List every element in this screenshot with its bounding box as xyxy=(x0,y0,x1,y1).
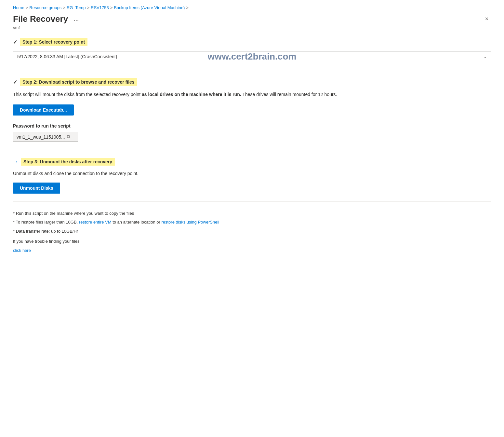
footer-note2-prefix: * To restore files larger than 10GB, xyxy=(13,220,79,225)
step2-description: This script will mount the disks from th… xyxy=(13,91,491,98)
ellipsis-button[interactable]: ... xyxy=(72,15,81,23)
page-container: Home > Resource groups > RG_Temp > RSV17… xyxy=(0,0,504,267)
step1-label: Step 1: Select recovery point xyxy=(20,38,87,46)
chevron-down-icon: ⌄ xyxy=(484,54,487,59)
divider-2 xyxy=(13,150,491,150)
breadcrumb-rsv1753[interactable]: RSV1753 xyxy=(91,5,109,10)
step1-header: ✓ Step 1: Select recovery point xyxy=(13,38,491,46)
vm-name-label: vm1 xyxy=(13,25,491,30)
download-executable-button[interactable]: Download Executab... xyxy=(13,104,74,116)
breadcrumb-rg-temp[interactable]: RG_Temp xyxy=(67,5,86,10)
step2-header: ✓ Step 2: Download script to browse and … xyxy=(13,78,491,86)
step2-desc-bold: as local drives on the machine where it … xyxy=(142,92,241,97)
step3-arrow-icon: → xyxy=(13,159,18,165)
breadcrumb-resource-groups[interactable]: Resource groups xyxy=(29,5,61,10)
password-value: vm1_1_wus_1151005... xyxy=(17,134,65,140)
copy-icon[interactable]: ⧉ xyxy=(67,134,70,140)
step2-content: This script will mount the disks from th… xyxy=(13,91,491,142)
close-button[interactable]: × xyxy=(482,14,491,24)
footer-notes: * Run this script on the machine where y… xyxy=(13,210,491,254)
step2-label: Step 2: Download script to browse and re… xyxy=(20,78,137,86)
divider-1 xyxy=(13,70,491,70)
step3-content: Unmount disks and close the connection t… xyxy=(13,171,491,194)
step2-section: ✓ Step 2: Download script to browse and … xyxy=(13,78,491,142)
step2-desc-part1: This script will mount the disks from th… xyxy=(13,92,142,97)
step1-section: ✓ Step 1: Select recovery point 5/17/202… xyxy=(13,38,491,62)
password-field: vm1_1_wus_1151005... ⧉ xyxy=(13,132,78,142)
recovery-point-value: 5/17/2022, 8:06:33 AM [Latest] (CrashCon… xyxy=(17,54,484,59)
step1-content: 5/17/2022, 8:06:33 AM [Latest] (CrashCon… xyxy=(13,51,491,62)
recovery-point-dropdown[interactable]: 5/17/2022, 8:06:33 AM [Latest] (CrashCon… xyxy=(13,51,491,62)
step1-check-icon: ✓ xyxy=(13,39,17,45)
page-title: File Recovery xyxy=(13,14,68,24)
unmount-disks-button[interactable]: Unmount Disks xyxy=(13,183,60,194)
step3-label: Step 3: Unmount the disks after recovery xyxy=(21,158,115,166)
breadcrumb-backup-items[interactable]: Backup Items (Azure Virtual Machine) xyxy=(114,5,185,10)
footer-note1: * Run this script on the machine where y… xyxy=(13,210,491,217)
password-field-row: vm1_1_wus_1151005... ⧉ xyxy=(13,132,491,142)
divider-3 xyxy=(13,201,491,202)
header-left: File Recovery ... xyxy=(13,14,81,24)
breadcrumb: Home > Resource groups > RG_Temp > RSV17… xyxy=(13,5,491,10)
step2-check-icon: ✓ xyxy=(13,79,17,85)
breadcrumb-home[interactable]: Home xyxy=(13,5,24,10)
click-here-link[interactable]: click here xyxy=(13,248,31,253)
step3-header: → Step 3: Unmount the disks after recove… xyxy=(13,158,491,166)
restore-entire-vm-link[interactable]: restore entire VM xyxy=(79,220,112,225)
password-label: Password to run the script xyxy=(13,123,491,129)
step3-description: Unmount disks and close the connection t… xyxy=(13,171,491,176)
restore-disks-powershell-link[interactable]: restore disks using PowerShell xyxy=(161,220,219,225)
footer-note3: * Data transfer rate: up to 10GB/Hr xyxy=(13,227,491,235)
footer-note2: * To restore files larger than 10GB, res… xyxy=(13,218,491,226)
footer-note2-middle: to an alternate location or xyxy=(112,220,162,225)
step2-desc-part2: These drives will remain mounted for 12 … xyxy=(241,92,337,97)
header-row: File Recovery ... × xyxy=(13,14,491,24)
trouble-finding-text: If you have trouble finding your files, xyxy=(13,238,491,245)
step3-section: → Step 3: Unmount the disks after recove… xyxy=(13,158,491,194)
